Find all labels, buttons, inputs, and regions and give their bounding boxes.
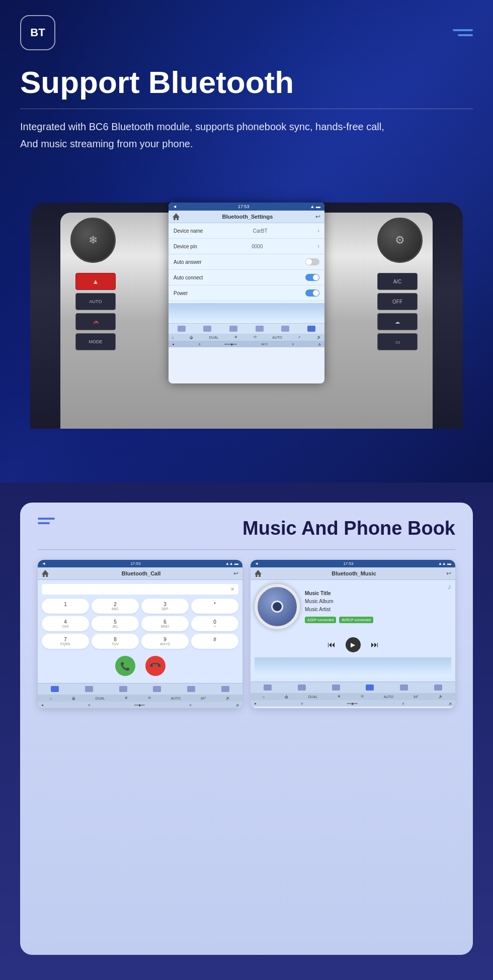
call-ctrl-power[interactable]: ⏻ (72, 697, 75, 700)
nav-grid[interactable] (178, 326, 186, 332)
call-ctrl-fan[interactable]: ❄ (125, 696, 128, 700)
hazard-button[interactable]: ▲ (75, 273, 116, 290)
nav-music[interactable] (256, 326, 264, 332)
dial-key-2[interactable]: 2ABC (92, 599, 139, 614)
music-nav-link[interactable] (400, 684, 408, 691)
call-nav-link[interactable] (187, 686, 195, 692)
hangup-call-button[interactable]: 📞 (141, 652, 170, 680)
dial-key-4[interactable]: 4GHI (42, 616, 89, 631)
nav-settings[interactable] (307, 326, 315, 332)
call-ctrl-vol[interactable]: 🔊 (226, 696, 230, 700)
next-track-button[interactable]: ⏭ (371, 640, 379, 649)
call-nav-person[interactable] (85, 686, 93, 692)
auto-connect-row[interactable]: Auto connect (169, 270, 324, 285)
dial-key-9[interactable]: 9WXYZ (141, 634, 189, 649)
dial-input[interactable]: ✕ (42, 584, 238, 595)
call-ctrl-dual[interactable]: DUAL (96, 697, 105, 700)
play-pause-button[interactable]: ▶ (346, 637, 361, 652)
call-ctrl-home[interactable]: ⌂ (50, 697, 52, 700)
auto-button[interactable]: AUTO (75, 293, 116, 310)
music-ctrl-recycle[interactable]: ⟲ (361, 695, 364, 699)
nav-phone[interactable] (229, 326, 237, 332)
mode-button[interactable]: MODE (75, 333, 116, 350)
off-button[interactable]: OFF (377, 293, 418, 310)
nav-person[interactable] (203, 326, 211, 332)
call-ctrl2-vol[interactable]: 🔊 (236, 703, 239, 707)
dial-key-3[interactable]: 3DEF (141, 599, 189, 614)
music-ctrl-vol[interactable]: 🔊 (439, 695, 443, 699)
music-ctrl-home[interactable]: ⌂ (263, 695, 265, 699)
ac-button[interactable]: A/C (377, 273, 418, 290)
call-ctrl2-slider[interactable]: ━━◉━━ (134, 703, 145, 707)
call-home-icon[interactable] (42, 570, 49, 577)
bottom-hamburger-menu[interactable] (38, 518, 55, 524)
dial-key-0[interactable]: 0+ (191, 616, 238, 631)
music-ctrl-fan[interactable]: ❄ (338, 695, 341, 699)
ctrl-auto[interactable]: AUTO (272, 336, 282, 339)
call-buttons: 📞 📞 (42, 653, 238, 679)
music-nav-person[interactable] (298, 684, 306, 691)
power-toggle[interactable] (305, 289, 319, 297)
answer-call-button[interactable]: 📞 (115, 656, 135, 676)
dial-key-hash[interactable]: # (191, 634, 238, 649)
dial-key-5[interactable]: 5JKL (92, 616, 139, 631)
auto-answer-toggle[interactable] (305, 258, 319, 265)
hamburger-menu[interactable] (453, 29, 473, 36)
call-ctrl-temp[interactable]: 34° (201, 697, 206, 700)
auto-answer-row[interactable]: Auto answer (169, 254, 324, 270)
nav-link[interactable] (281, 326, 289, 332)
call-nav-phone[interactable] (119, 686, 127, 692)
defrost-button[interactable]: ☁ (377, 313, 418, 330)
ctrl2-vol[interactable]: 🔊 (318, 342, 321, 346)
call-nav-music[interactable] (153, 686, 161, 692)
music-ctrl2-back[interactable]: ◄ (254, 702, 257, 705)
music-ctrl-dual[interactable]: DUAL (308, 695, 318, 699)
auto-connect-toggle[interactable] (305, 274, 319, 281)
device-pin-value: 0000 (252, 244, 263, 249)
ctrl-temp[interactable]: ⤢ (298, 335, 301, 339)
call-nav-settings[interactable] (221, 686, 229, 692)
left-knob[interactable]: ❄ (70, 218, 116, 263)
ctrl-home[interactable]: ⌂ (172, 336, 174, 339)
ctrl2-slider[interactable]: ━━━◉━━ (224, 342, 237, 346)
ctrl2-back[interactable]: ◄ (172, 343, 175, 346)
music-nav-music[interactable] (366, 684, 374, 691)
right-knob-icon: ⚙ (395, 234, 405, 247)
music-ctrl2-slider[interactable]: ━━◉━━ (347, 702, 358, 705)
call-back-btn[interactable]: ↩ (233, 570, 238, 577)
ctrl-fan[interactable]: ❄ (234, 335, 237, 339)
dial-key-8[interactable]: 8TUV (92, 634, 139, 649)
dial-clear-icon[interactable]: ✕ (230, 586, 234, 592)
music-home-icon[interactable] (255, 570, 262, 577)
music-ctrl-auto[interactable]: AUTO (384, 695, 393, 699)
dial-key-1[interactable]: 1 (42, 599, 89, 614)
music-nav-grid[interactable] (264, 684, 272, 691)
right-knob[interactable]: ⚙ (377, 218, 423, 263)
call-ctrl-recycle[interactable]: ⟲ (148, 696, 151, 700)
call-ctrl-auto[interactable]: AUTO (171, 697, 181, 700)
music-ctrl2-vol[interactable]: 🔊 (449, 702, 452, 705)
call-ctrl2-back[interactable]: ◄ (41, 704, 44, 707)
display-button[interactable]: ▭ (377, 333, 418, 350)
prev-track-button[interactable]: ⏮ (327, 640, 336, 649)
ctrl-power[interactable]: ⏻ (190, 336, 193, 339)
music-ctrl-power[interactable]: ⏻ (285, 695, 288, 699)
power-row[interactable]: Power (169, 285, 324, 301)
dial-key-star[interactable]: * (191, 599, 238, 614)
music-back-btn[interactable]: ↩ (446, 570, 451, 577)
music-ctrl-temp[interactable]: 34° (414, 695, 419, 699)
call-nav-grid[interactable] (51, 686, 59, 692)
ctrl-recycle[interactable]: ⟲ (254, 335, 257, 339)
music-nav-phone[interactable] (332, 684, 340, 691)
car-button[interactable]: 🚗 (75, 313, 116, 330)
ctrl-volume[interactable]: 🔊 (317, 335, 321, 339)
device-name-row[interactable]: Device name CarBT › (169, 223, 324, 239)
music-nav-settings[interactable] (434, 684, 442, 691)
home-icon[interactable] (173, 213, 180, 220)
ctrl-dual[interactable]: DUAL (209, 336, 219, 339)
dial-key-6[interactable]: 6MNO (141, 616, 189, 631)
back-icon[interactable]: ↩ (315, 213, 320, 220)
device-pin-row[interactable]: Device pin 0000 › (169, 239, 324, 254)
bt-logo: BT (20, 15, 55, 50)
dial-key-7[interactable]: 7PQRS (42, 634, 89, 649)
